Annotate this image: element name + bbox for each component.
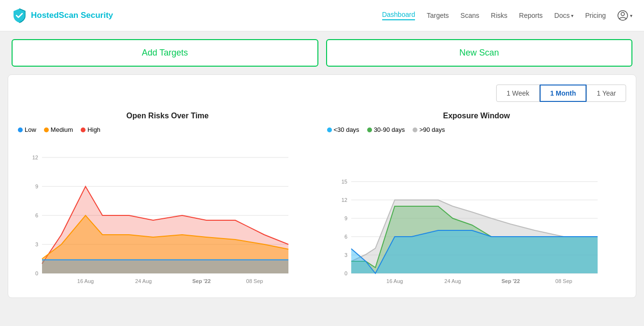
nav-dashboard[interactable]: Dashboard: [382, 11, 415, 20]
svg-text:Sep '22: Sep '22: [192, 278, 211, 284]
exposure-window-chart: Exposure Window <30 days 30-90 days >90 …: [327, 112, 627, 288]
svg-text:08 Sep: 08 Sep: [555, 278, 572, 284]
exposure-legend: <30 days 30-90 days >90 days: [327, 126, 627, 133]
svg-text:0: 0: [35, 270, 38, 276]
legend-dot-lt30: [327, 128, 332, 132]
svg-text:0: 0: [344, 270, 347, 276]
svg-text:6: 6: [344, 234, 347, 240]
new-scan-button[interactable]: New Scan: [326, 39, 633, 67]
svg-text:16 Aug: 16 Aug: [386, 278, 402, 284]
legend-low: Low: [18, 126, 36, 133]
nav-risks[interactable]: Risks: [491, 12, 507, 19]
svg-text:24 Aug: 24 Aug: [444, 278, 460, 284]
time-btn-week[interactable]: 1 Week: [496, 85, 539, 102]
logo-text: HostedScan Security: [31, 11, 113, 20]
open-risks-svg-container: 12 9 6 3 0: [18, 138, 317, 288]
legend-high: High: [81, 126, 100, 133]
svg-text:9: 9: [35, 184, 38, 189]
svg-text:16 Aug: 16 Aug: [77, 278, 94, 284]
svg-text:12: 12: [32, 155, 38, 160]
low-area: [42, 260, 288, 273]
user-circle-icon: [617, 10, 628, 21]
nav-docs[interactable]: Docs ▾: [554, 12, 573, 19]
svg-text:12: 12: [341, 197, 347, 203]
open-risks-chart: Open Risks Over Time Low Medium High: [18, 112, 317, 288]
time-btn-month[interactable]: 1 Month: [540, 85, 587, 102]
exposure-window-svg: 15 12 9 6 3 0: [327, 138, 607, 288]
legend-dot-high: [81, 128, 86, 132]
svg-text:Sep '22: Sep '22: [501, 278, 519, 284]
chevron-down-icon-user: ▾: [630, 13, 632, 18]
action-bar: Add Targets New Scan: [0, 31, 644, 74]
legend-medium: Medium: [44, 126, 73, 133]
svg-text:15: 15: [341, 179, 347, 184]
svg-text:24 Aug: 24 Aug: [135, 278, 152, 284]
legend-dot-low: [18, 128, 23, 132]
nav-pricing[interactable]: Pricing: [585, 12, 606, 19]
svg-text:6: 6: [35, 213, 38, 218]
time-btn-year[interactable]: 1 Year: [587, 85, 626, 102]
legend-30-90: 30-90 days: [367, 126, 405, 133]
legend-gt90: >90 days: [413, 126, 445, 133]
svg-text:3: 3: [35, 241, 38, 247]
svg-text:3: 3: [344, 252, 347, 258]
open-risks-svg: 12 9 6 3 0: [18, 138, 298, 288]
main-card: 1 Week 1 Month 1 Year Open Risks Over Ti…: [8, 74, 636, 298]
exposure-window-title: Exposure Window: [327, 112, 627, 120]
time-range-selector: 1 Week 1 Month 1 Year: [18, 85, 626, 102]
legend-lt30: <30 days: [327, 126, 359, 133]
main-nav: Dashboard Targets Scans Risks Reports Do…: [382, 10, 632, 21]
legend-dot-30-90: [367, 128, 372, 132]
open-risks-title: Open Risks Over Time: [18, 112, 317, 120]
nav-targets[interactable]: Targets: [427, 12, 449, 19]
nav-reports[interactable]: Reports: [519, 12, 543, 19]
header: HostedScan Security Dashboard Targets Sc…: [0, 0, 644, 31]
svg-text:9: 9: [344, 215, 347, 221]
open-risks-legend: Low Medium High: [18, 126, 317, 133]
svg-text:08 Sep: 08 Sep: [246, 278, 263, 284]
legend-dot-gt90: [413, 128, 417, 132]
logo-icon: [12, 8, 27, 23]
nav-scans[interactable]: Scans: [460, 12, 479, 19]
svg-point-1: [621, 13, 625, 16]
charts-container: Open Risks Over Time Low Medium High: [18, 112, 626, 288]
exposure-window-svg-container: 15 12 9 6 3 0: [327, 138, 627, 288]
user-menu[interactable]: ▾: [617, 10, 632, 21]
chevron-down-icon: ▾: [571, 13, 573, 18]
add-targets-button[interactable]: Add Targets: [12, 39, 318, 67]
logo: HostedScan Security: [12, 8, 113, 23]
legend-dot-medium: [44, 128, 49, 132]
